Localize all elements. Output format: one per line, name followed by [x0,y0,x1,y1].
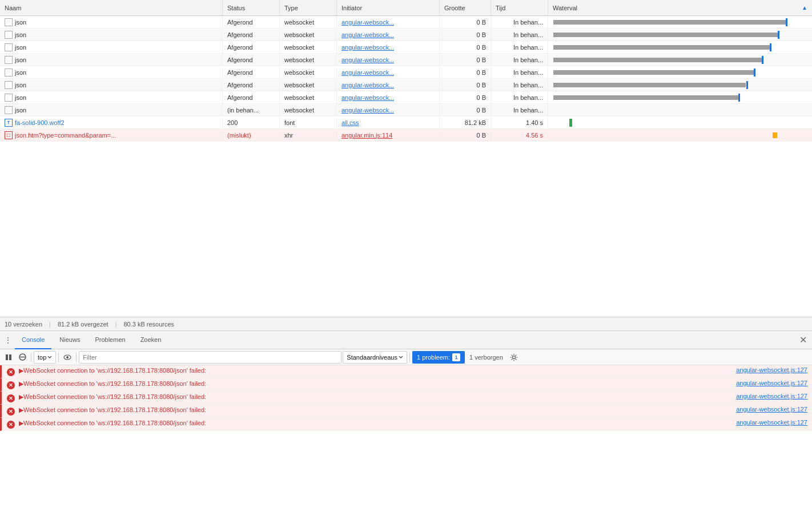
cell-initiator[interactable]: angular-websock... [337,16,440,28]
console-error-message[interactable]: ✕ ▶WebSocket connection to 'ws://192.168… [0,405,812,418]
cell-type: xhr [280,129,337,141]
table-row[interactable]: json Afgerond websocket angular-websock.… [0,16,812,29]
cell-tijd: In behan... [491,54,548,66]
table-row[interactable]: T fa-solid-900.woff2 200 font all.css 81… [0,116,812,129]
cell-grootte: 0 B [440,66,491,78]
console-error-message[interactable]: ✕ ▶WebSocket connection to 'ws://192.168… [0,418,812,431]
cell-initiator[interactable]: angular-websock... [337,91,440,103]
cell-waterval [548,41,812,53]
column-header-status[interactable]: Status [223,0,280,15]
cell-status: 200 [223,116,280,128]
row-checkbox[interactable] [5,106,13,114]
cell-tijd: In behan... [491,41,548,53]
chevron-down-icon [47,356,52,359]
tab-problemen[interactable]: Problemen [88,331,132,349]
cell-type: websocket [280,16,337,28]
error-source-link[interactable]: angular-websocket.js:127 [736,380,807,386]
error-icon: ✕ [6,394,15,403]
column-header-naam[interactable]: Naam [0,0,223,15]
console-error-message[interactable]: ✕ ▶WebSocket connection to 'ws://192.168… [0,392,812,405]
cell-initiator[interactable]: all.css [337,116,440,128]
row-checkbox[interactable] [5,18,13,26]
table-row[interactable]: json Afgerond websocket angular-websock.… [0,29,812,41]
console-settings-button[interactable] [508,351,520,364]
network-table-header: Naam Status Type Initiator Grootte Tijd … [0,0,812,16]
error-message-text: ▶WebSocket connection to 'ws://192.168.1… [19,406,733,414]
network-panel: Naam Status Type Initiator Grootte Tijd … [0,0,812,331]
chevron-down-icon [399,356,403,359]
row-checkbox[interactable] [5,81,13,89]
failed-file-icon: □ [5,131,13,139]
error-source-link[interactable]: angular-websocket.js:127 [736,393,807,400]
row-checkbox[interactable] [5,31,13,39]
live-expressions-button[interactable] [61,351,74,364]
cell-naam: json [0,104,223,116]
cell-initiator[interactable]: angular-websock... [337,41,440,53]
tab-nieuws[interactable]: Nieuws [53,331,87,349]
table-row[interactable]: json Afgerond websocket angular-websock.… [0,79,812,91]
problems-badge[interactable]: 1 probleem: 1 [412,351,465,364]
cell-waterval [548,129,812,141]
error-source-link[interactable]: angular-websocket.js:127 [736,406,807,413]
table-row[interactable]: json Afgerond websocket angular-websock.… [0,41,812,54]
cell-initiator[interactable]: angular-websock... [337,29,440,41]
cell-status: (in behan... [223,104,280,116]
cell-naam: json [0,16,223,28]
column-header-grootte[interactable]: Grootte [440,0,491,15]
cell-type: websocket [280,29,337,41]
requests-count: 10 verzoeken [5,321,42,328]
cell-grootte: 0 B [440,41,491,53]
log-levels-selector[interactable]: Standaardniveaus [343,351,407,364]
run-script-button[interactable] [2,351,15,364]
cell-initiator[interactable]: angular-websock... [337,66,440,78]
error-source-link[interactable]: angular-websocket.js:127 [736,366,807,373]
table-row[interactable]: json Afgerond websocket angular-websock.… [0,54,812,66]
close-console-button[interactable]: ✕ [796,333,810,347]
network-footer: 10 verzoeken | 81.2 kB overgezet | 80.3 … [0,317,812,330]
console-error-message[interactable]: ✕ ▶WebSocket connection to 'ws://192.168… [0,378,812,392]
cell-tijd: In behan... [491,91,548,103]
column-header-type[interactable]: Type [280,0,337,15]
table-row[interactable]: json (in behan... websocket angular-webs… [0,104,812,116]
clear-console-button[interactable] [16,351,29,364]
row-checkbox[interactable] [5,94,13,102]
error-source-link[interactable]: angular-websocket.js:127 [736,419,807,426]
console-toolbar: top Standaardniveaus 1 probleem: [0,349,812,365]
cell-initiator[interactable]: angular-websock... [337,79,440,91]
cell-waterval [548,104,812,116]
cell-type: websocket [280,104,337,116]
error-message-text: ▶WebSocket connection to 'ws://192.168.1… [19,380,733,388]
resources-size: 80.3 kB resources [123,321,174,328]
cell-grootte: 0 B [440,79,491,91]
console-filter-input[interactable] [79,351,341,364]
column-header-initiator[interactable]: Initiator [337,0,440,15]
console-panel-menu-icon[interactable]: ⋮ [2,333,14,347]
cell-waterval [548,54,812,66]
row-checkbox[interactable] [5,43,13,51]
cell-status: Afgerond [223,54,280,66]
context-selector[interactable]: top [34,351,56,364]
tab-console[interactable]: Console [15,331,51,349]
cell-waterval [548,91,812,103]
row-checkbox[interactable] [5,56,13,64]
column-header-tijd[interactable]: Tijd [491,0,548,15]
cell-initiator[interactable]: angular-websock... [337,104,440,116]
error-icon: ✕ [6,381,15,390]
table-row-failed[interactable]: □ json.htm?type=command&param=... (mislu… [0,129,812,142]
console-error-message[interactable]: ✕ ▶WebSocket connection to 'ws://192.168… [0,365,812,378]
toolbar-separator-4 [409,353,410,362]
row-checkbox[interactable] [5,68,13,76]
cell-type: websocket [280,66,337,78]
cell-waterval [548,29,812,41]
table-row[interactable]: json Afgerond websocket angular-websock.… [0,66,812,79]
table-row[interactable]: json Afgerond websocket angular-websock.… [0,91,812,104]
column-header-waterval[interactable]: Waterval ▲ [548,0,812,15]
tab-zoeken[interactable]: Zoeken [134,331,168,349]
toolbar-separator [31,353,31,362]
cell-initiator[interactable]: angular-websock... [337,54,440,66]
cell-status: Afgerond [223,29,280,41]
cell-initiator[interactable]: angular.min.js:114 [337,129,440,141]
sort-arrow-icon: ▲ [802,5,807,11]
error-icon: ✕ [6,420,15,429]
svg-point-5 [66,356,69,358]
